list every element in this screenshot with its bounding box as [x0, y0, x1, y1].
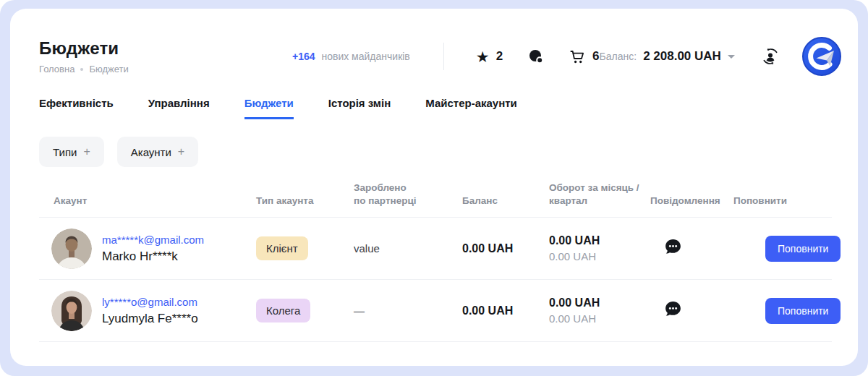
avatar — [51, 228, 92, 269]
plus-icon: + — [83, 145, 90, 158]
turnover-quarter: 0.00 UAH — [549, 312, 643, 325]
support-button[interactable] — [760, 46, 781, 67]
col-header-topup: Поповнити — [726, 195, 832, 208]
app-logo[interactable] — [801, 36, 842, 77]
plus-icon: + — [178, 145, 184, 158]
table-row: ly*****o@gmail.com Lyudmyla Fe****o Коле… — [39, 280, 832, 342]
favorites-counter[interactable]: ★ 2 — [476, 49, 503, 64]
new-platforms-count: +164 — [292, 51, 315, 62]
main-card: Бюджети Головна Бюджети +164 нових майда… — [10, 9, 858, 366]
balance-dropdown[interactable]: Баланс: 2 208.00 UAH — [600, 49, 735, 64]
table-header-row: Акаунт Тип акаунта Зароблено по партнерц… — [39, 181, 832, 218]
tab-master-accounts[interactable]: Майстер-акаунти — [425, 97, 517, 119]
header-counters: ★ 2 6 — [476, 48, 600, 65]
star-icon: ★ — [476, 49, 490, 64]
breadcrumb: Головна Бюджети — [39, 64, 271, 74]
filter-accounts-button[interactable]: Акаунти + — [117, 137, 198, 167]
col-header-type: Тип акаунта — [249, 195, 346, 208]
balance-label: Баланс: — [600, 51, 637, 62]
account-type-badge: Колега — [256, 299, 310, 322]
type-cell: Клієнт — [249, 236, 346, 260]
col-header-turnover: Оборот за місяць / квартал — [542, 181, 643, 208]
page-title: Бюджети — [39, 38, 271, 59]
balance-cell: 0.00 UAH — [455, 242, 542, 255]
account-name: Marko Hr****k — [102, 249, 204, 264]
balance-value: 2 208.00 UAH — [643, 49, 721, 64]
account-text: ma*****k@gmail.com Marko Hr****k — [102, 234, 204, 264]
type-cell: Колега — [249, 299, 346, 322]
chat-button[interactable] — [527, 48, 545, 65]
messages-cell — [643, 299, 726, 322]
turnover-quarter: 0.00 UAH — [549, 250, 643, 262]
avatar — [51, 291, 92, 331]
section-tabs: Ефективність Управління Бюджети Історія … — [39, 97, 832, 119]
breadcrumb-separator — [80, 68, 83, 71]
message-bubble-icon[interactable] — [663, 299, 683, 319]
messages-cell — [643, 237, 726, 260]
turnover-cell: 0.00 UAH 0.00 UAH — [542, 234, 643, 262]
col-header-messages: Повідомлення — [643, 195, 726, 208]
topup-cell: Поповнити — [726, 236, 841, 262]
turnover-cell: 0.00 UAH 0.00 UAH — [542, 296, 643, 325]
new-platforms-note[interactable]: +164 нових майданчиків — [292, 51, 410, 62]
accounts-table: Акаунт Тип акаунта Зароблено по партнерц… — [39, 181, 832, 342]
breadcrumb-current: Бюджети — [89, 64, 128, 74]
header-divider — [443, 43, 444, 70]
account-type-badge: Клієнт — [256, 236, 308, 260]
title-block: Бюджети Головна Бюджети — [39, 38, 271, 74]
filter-types-button[interactable]: Типи + — [39, 137, 104, 167]
col-header-account: Акаунт — [39, 195, 249, 208]
topup-cell: Поповнити — [726, 298, 841, 324]
cart-icon — [569, 48, 586, 65]
balance-cell: 0.00 UAH — [455, 304, 542, 317]
chat-icon — [527, 48, 545, 65]
filter-accounts-label: Акаунти — [131, 146, 171, 158]
tab-history[interactable]: Історія змін — [328, 97, 391, 119]
cart-count: 6 — [592, 49, 599, 64]
filters: Типи + Акаунти + — [39, 137, 832, 167]
new-platforms-label: нових майданчиків — [321, 51, 409, 62]
favorites-count: 2 — [496, 49, 503, 64]
account-email-link[interactable]: ly*****o@gmail.com — [102, 296, 198, 308]
earned-cell: value — [346, 242, 455, 255]
page-header: Бюджети Головна Бюджети +164 нових майда… — [39, 36, 832, 77]
turnover-month: 0.00 UAH — [549, 296, 643, 309]
breadcrumb-home[interactable]: Головна — [39, 64, 75, 74]
filter-types-label: Типи — [53, 146, 77, 158]
message-bubble-icon[interactable] — [663, 237, 683, 257]
tab-budgets[interactable]: Бюджети — [244, 97, 294, 119]
support-rotation-icon — [760, 46, 781, 67]
tab-efficiency[interactable]: Ефективність — [39, 97, 114, 119]
topup-button[interactable]: Поповнити — [765, 236, 841, 262]
chevron-down-icon — [728, 55, 735, 59]
table-row: ma*****k@gmail.com Marko Hr****k Клієнт … — [39, 218, 832, 280]
account-name: Lyudmyla Fe****o — [102, 312, 198, 326]
earned-cell: — — [346, 304, 455, 317]
tab-management[interactable]: Управління — [148, 97, 210, 119]
turnover-month: 0.00 UAH — [549, 234, 643, 247]
col-header-earned: Зароблено по партнерці — [346, 181, 455, 208]
account-email-link[interactable]: ma*****k@gmail.com — [102, 234, 204, 246]
account-cell: ly*****o@gmail.com Lyudmyla Fe****o — [39, 291, 249, 331]
cart-counter[interactable]: 6 — [569, 48, 599, 65]
account-cell: ma*****k@gmail.com Marko Hr****k — [39, 228, 249, 269]
account-text: ly*****o@gmail.com Lyudmyla Fe****o — [102, 296, 198, 326]
app-background-frame: Бюджети Головна Бюджети +164 нових майда… — [0, 0, 868, 376]
col-header-balance: Баланс — [455, 195, 542, 208]
topup-button[interactable]: Поповнити — [765, 298, 841, 324]
